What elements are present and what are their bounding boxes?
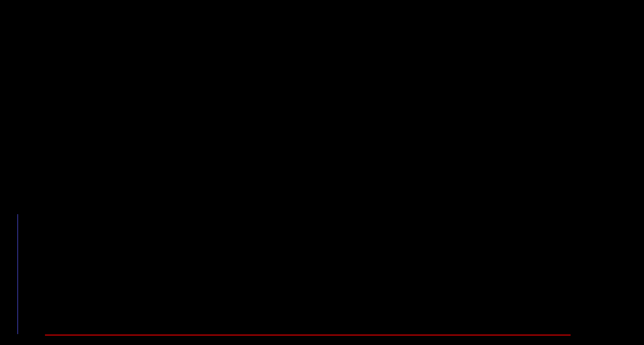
rain-x-axis-line bbox=[45, 335, 571, 336]
wind-pressure-chart bbox=[39, 6, 571, 141]
weather-graph-screen bbox=[0, 0, 644, 345]
humidity-axis-line bbox=[18, 214, 18, 334]
wind-direction-chart bbox=[43, 153, 574, 194]
temp-humidity-chart bbox=[45, 213, 571, 334]
